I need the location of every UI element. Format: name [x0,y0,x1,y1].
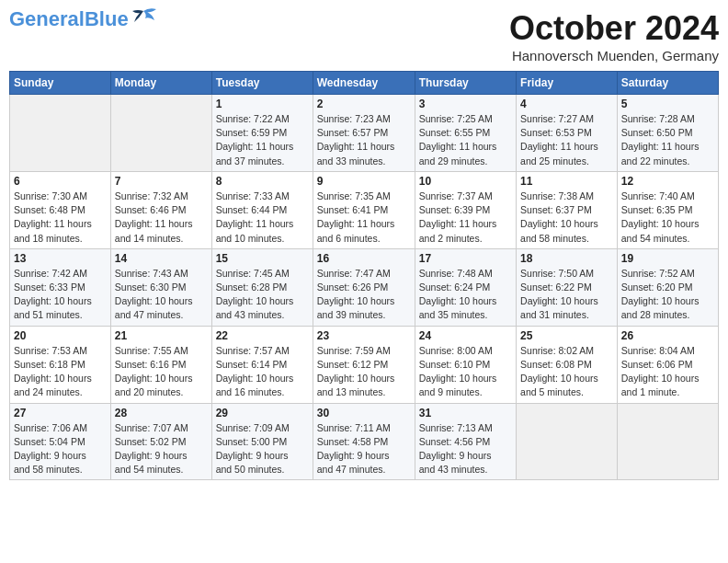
day-number: 9 [317,175,411,188]
day-number: 22 [216,329,309,342]
title-block: October 2024 Hannoversch Muenden, German… [509,9,719,63]
calendar-cell: 22Sunrise: 7:57 AM Sunset: 6:14 PM Dayli… [211,326,313,403]
day-number: 15 [216,252,309,265]
day-number: 31 [419,407,512,419]
day-number: 24 [419,329,512,342]
calendar-week-row: 1Sunrise: 7:22 AM Sunset: 6:59 PM Daylig… [10,95,719,172]
day-detail: Sunrise: 7:48 AM Sunset: 6:24 PM Dayligh… [419,267,512,323]
day-number: 21 [115,329,208,342]
calendar-cell [617,403,718,480]
day-number: 20 [14,329,107,342]
day-detail: Sunrise: 7:23 AM Sunset: 6:57 PM Dayligh… [317,112,411,168]
day-number: 19 [621,252,714,265]
day-detail: Sunrise: 8:04 AM Sunset: 6:06 PM Dayligh… [621,344,714,400]
calendar-cell: 6Sunrise: 7:30 AM Sunset: 6:48 PM Daylig… [10,171,111,248]
calendar-cell: 2Sunrise: 7:23 AM Sunset: 6:57 PM Daylig… [313,95,415,172]
calendar-cell: 24Sunrise: 8:00 AM Sunset: 6:10 PM Dayli… [415,326,516,403]
calendar-cell: 31Sunrise: 7:13 AM Sunset: 4:56 PM Dayli… [415,403,516,480]
weekday-header-sunday: Sunday [10,72,111,95]
calendar-cell: 8Sunrise: 7:33 AM Sunset: 6:44 PM Daylig… [211,171,313,248]
calendar-cell: 1Sunrise: 7:22 AM Sunset: 6:59 PM Daylig… [211,95,313,172]
calendar-cell: 5Sunrise: 7:28 AM Sunset: 6:50 PM Daylig… [617,95,718,172]
calendar-cell: 9Sunrise: 7:35 AM Sunset: 6:41 PM Daylig… [313,171,415,248]
calendar-cell: 15Sunrise: 7:45 AM Sunset: 6:28 PM Dayli… [211,248,313,326]
day-number: 30 [317,407,411,419]
day-detail: Sunrise: 7:22 AM Sunset: 6:59 PM Dayligh… [216,112,309,168]
calendar-cell: 16Sunrise: 7:47 AM Sunset: 6:26 PM Dayli… [313,248,415,326]
day-number: 12 [621,175,714,188]
day-detail: Sunrise: 7:55 AM Sunset: 6:16 PM Dayligh… [115,344,208,400]
calendar-cell [517,403,618,480]
day-detail: Sunrise: 7:33 AM Sunset: 6:44 PM Dayligh… [216,190,309,246]
calendar-cell: 17Sunrise: 7:48 AM Sunset: 6:24 PM Dayli… [415,248,516,326]
calendar-cell: 30Sunrise: 7:11 AM Sunset: 4:58 PM Dayli… [313,403,415,480]
day-detail: Sunrise: 8:00 AM Sunset: 6:10 PM Dayligh… [419,344,512,400]
page-header: GeneralBlue October 2024 Hannoversch Mue… [9,9,719,63]
day-number: 28 [115,407,208,419]
calendar-cell: 29Sunrise: 7:09 AM Sunset: 5:00 PM Dayli… [211,403,313,480]
day-detail: Sunrise: 7:37 AM Sunset: 6:39 PM Dayligh… [419,190,512,246]
day-number: 2 [317,98,411,110]
day-number: 25 [520,329,613,342]
calendar-cell: 27Sunrise: 7:06 AM Sunset: 5:04 PM Dayli… [10,403,111,480]
calendar-cell [10,95,111,172]
calendar-week-row: 20Sunrise: 7:53 AM Sunset: 6:18 PM Dayli… [10,326,719,403]
day-detail: Sunrise: 7:13 AM Sunset: 4:56 PM Dayligh… [419,421,512,477]
day-detail: Sunrise: 7:53 AM Sunset: 6:18 PM Dayligh… [14,344,107,400]
day-detail: Sunrise: 7:45 AM Sunset: 6:28 PM Dayligh… [216,267,309,323]
calendar-table: SundayMondayTuesdayWednesdayThursdayFrid… [9,71,719,480]
calendar-week-row: 27Sunrise: 7:06 AM Sunset: 5:04 PM Dayli… [10,403,719,480]
calendar-cell: 12Sunrise: 7:40 AM Sunset: 6:35 PM Dayli… [617,171,718,248]
day-detail: Sunrise: 7:27 AM Sunset: 6:53 PM Dayligh… [520,112,613,168]
weekday-header-row: SundayMondayTuesdayWednesdayThursdayFrid… [10,72,719,95]
day-detail: Sunrise: 7:35 AM Sunset: 6:41 PM Dayligh… [317,190,411,246]
calendar-cell: 28Sunrise: 7:07 AM Sunset: 5:02 PM Dayli… [110,403,211,480]
day-number: 5 [621,98,714,110]
calendar-cell: 7Sunrise: 7:32 AM Sunset: 6:46 PM Daylig… [110,171,211,248]
day-number: 7 [115,175,208,188]
logo-text: GeneralBlue [9,9,129,29]
day-number: 17 [419,252,512,265]
day-number: 8 [216,175,309,188]
calendar-cell: 11Sunrise: 7:38 AM Sunset: 6:37 PM Dayli… [517,171,618,248]
calendar-cell: 13Sunrise: 7:42 AM Sunset: 6:33 PM Dayli… [10,248,111,326]
day-detail: Sunrise: 7:52 AM Sunset: 6:20 PM Dayligh… [621,267,714,323]
day-number: 26 [621,329,714,342]
calendar-cell: 25Sunrise: 8:02 AM Sunset: 6:08 PM Dayli… [517,326,618,403]
weekday-header-thursday: Thursday [415,72,516,95]
calendar-cell: 26Sunrise: 8:04 AM Sunset: 6:06 PM Dayli… [617,326,718,403]
day-detail: Sunrise: 8:02 AM Sunset: 6:08 PM Dayligh… [520,344,613,400]
calendar-cell: 10Sunrise: 7:37 AM Sunset: 6:39 PM Dayli… [415,171,516,248]
day-detail: Sunrise: 7:30 AM Sunset: 6:48 PM Dayligh… [14,190,107,246]
day-detail: Sunrise: 7:38 AM Sunset: 6:37 PM Dayligh… [520,190,613,246]
location-title: Hannoversch Muenden, Germany [509,48,719,63]
calendar-cell: 4Sunrise: 7:27 AM Sunset: 6:53 PM Daylig… [517,95,618,172]
day-detail: Sunrise: 7:59 AM Sunset: 6:12 PM Dayligh… [317,344,411,400]
calendar-cell [110,95,211,172]
logo: GeneralBlue [9,9,156,29]
day-detail: Sunrise: 7:32 AM Sunset: 6:46 PM Dayligh… [115,190,208,246]
day-detail: Sunrise: 7:28 AM Sunset: 6:50 PM Dayligh… [621,112,714,168]
day-detail: Sunrise: 7:50 AM Sunset: 6:22 PM Dayligh… [520,267,613,323]
day-detail: Sunrise: 7:42 AM Sunset: 6:33 PM Dayligh… [14,267,107,323]
day-number: 10 [419,175,512,188]
day-number: 27 [14,407,107,419]
day-detail: Sunrise: 7:40 AM Sunset: 6:35 PM Dayligh… [621,190,714,246]
calendar-cell: 14Sunrise: 7:43 AM Sunset: 6:30 PM Dayli… [110,248,211,326]
weekday-header-wednesday: Wednesday [313,72,415,95]
day-detail: Sunrise: 7:57 AM Sunset: 6:14 PM Dayligh… [216,344,309,400]
calendar-cell: 23Sunrise: 7:59 AM Sunset: 6:12 PM Dayli… [313,326,415,403]
day-detail: Sunrise: 7:09 AM Sunset: 5:00 PM Dayligh… [216,421,309,477]
day-number: 14 [115,252,208,265]
day-detail: Sunrise: 7:07 AM Sunset: 5:02 PM Dayligh… [115,421,208,477]
weekday-header-friday: Friday [517,72,618,95]
day-number: 4 [520,98,613,110]
day-detail: Sunrise: 7:06 AM Sunset: 5:04 PM Dayligh… [14,421,107,477]
day-detail: Sunrise: 7:11 AM Sunset: 4:58 PM Dayligh… [317,421,411,477]
logo-bird-icon [131,7,156,28]
calendar-cell: 18Sunrise: 7:50 AM Sunset: 6:22 PM Dayli… [517,248,618,326]
calendar-week-row: 13Sunrise: 7:42 AM Sunset: 6:33 PM Dayli… [10,248,719,326]
calendar-cell: 20Sunrise: 7:53 AM Sunset: 6:18 PM Dayli… [10,326,111,403]
day-number: 18 [520,252,613,265]
day-number: 1 [216,98,309,110]
